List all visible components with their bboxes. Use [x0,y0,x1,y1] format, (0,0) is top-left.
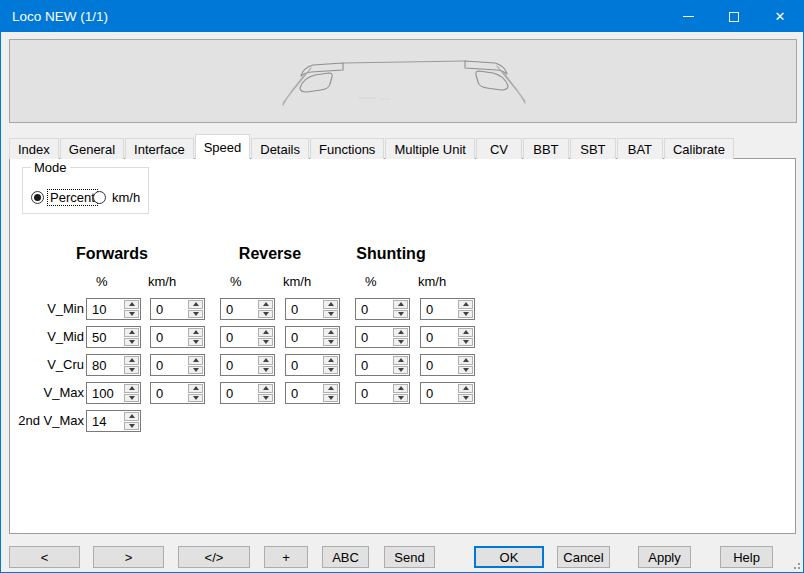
spin-down-button[interactable] [124,310,139,319]
spin-down-button[interactable] [124,366,139,375]
spin-up-button[interactable] [323,384,338,393]
spin-up-button[interactable] [124,328,139,337]
spin-up-button[interactable] [458,328,473,337]
tab-calibrate[interactable]: Calibrate [664,138,734,159]
spin-down-button[interactable] [188,338,203,347]
spinner-value[interactable]: 0 [421,299,457,319]
tab-sbt[interactable]: SBT [570,138,616,159]
spin-down-button[interactable] [124,394,139,403]
minimize-button[interactable] [665,1,711,32]
spin-down-button[interactable] [458,310,473,319]
tab-details[interactable]: Details [251,138,309,159]
spinner-value[interactable]: 10 [87,299,123,319]
cancel-button[interactable]: Cancel [557,546,610,568]
spin-down-button[interactable] [393,366,408,375]
spinner-value[interactable]: 0 [221,327,257,347]
spin-up-button[interactable] [393,356,408,365]
spinner-value[interactable]: 0 [286,355,322,375]
spinner-value[interactable]: 0 [286,327,322,347]
spin-up-button[interactable] [323,300,338,309]
add-button[interactable]: + [264,546,308,568]
tab-cv[interactable]: CV [476,138,522,159]
spin-up-button[interactable] [188,356,203,365]
spinner-value[interactable]: 0 [356,383,392,403]
spin-up-button[interactable] [258,328,273,337]
spinner-value[interactable]: 0 [356,327,392,347]
close-button[interactable]: ✕ [757,1,803,32]
spin-up-button[interactable] [124,300,139,309]
spin-down-button[interactable] [323,366,338,375]
spinner-value[interactable]: 0 [221,355,257,375]
apply-button[interactable]: Apply [638,546,691,568]
spinner-value[interactable]: 50 [87,327,123,347]
radio-option-km-h[interactable]: km/h [93,190,142,205]
radio-option-percent[interactable]: Percent [31,190,97,205]
spin-down-button[interactable] [124,422,139,431]
spin-up-button[interactable] [393,384,408,393]
radio-km-h-circle[interactable] [93,191,106,204]
code-button[interactable]: </> [178,546,250,568]
ok-button[interactable]: OK [474,546,544,568]
tab-multiple-unit[interactable]: Multiple Unit [385,138,475,159]
spin-up-button[interactable] [124,412,139,421]
spin-down-button[interactable] [258,366,273,375]
resize-grip[interactable] [790,559,800,569]
spin-down-button[interactable] [323,394,338,403]
tab-general[interactable]: General [60,138,124,159]
spin-up-button[interactable] [323,328,338,337]
tab-index[interactable]: Index [9,138,59,159]
spin-down-button[interactable] [458,394,473,403]
spin-up-button[interactable] [458,384,473,393]
spin-up-button[interactable] [323,356,338,365]
help-button[interactable]: Help [720,546,773,568]
spin-down-button[interactable] [393,394,408,403]
prev-button[interactable]: < [9,546,80,568]
spin-down-button[interactable] [458,338,473,347]
spin-up-button[interactable] [258,384,273,393]
spin-up-button[interactable] [258,300,273,309]
spinner-value[interactable]: 0 [151,327,187,347]
spinner-value[interactable]: 100 [87,383,123,403]
spin-down-button[interactable] [258,310,273,319]
spin-up-button[interactable] [458,356,473,365]
spin-down-button[interactable] [323,310,338,319]
spinner-value[interactable]: 0 [151,383,187,403]
spinner-value[interactable]: 0 [221,299,257,319]
next-button[interactable]: > [93,546,164,568]
spin-down-button[interactable] [393,310,408,319]
spin-up-button[interactable] [393,300,408,309]
spin-down-button[interactable] [258,338,273,347]
spin-up-button[interactable] [458,300,473,309]
tab-speed[interactable]: Speed [195,134,251,159]
spinner-value[interactable]: 0 [221,383,257,403]
spin-down-button[interactable] [458,366,473,375]
abc-button[interactable]: ABC [322,546,369,568]
spin-up-button[interactable] [124,384,139,393]
send-button[interactable]: Send [384,546,435,568]
spinner-value[interactable]: 0 [356,355,392,375]
spin-down-button[interactable] [323,338,338,347]
spin-down-button[interactable] [124,338,139,347]
spinner-value[interactable]: 0 [421,355,457,375]
spin-up-button[interactable] [124,356,139,365]
spinner-value[interactable]: 0 [151,355,187,375]
spin-up-button[interactable] [258,356,273,365]
spin-down-button[interactable] [393,338,408,347]
spinner-value[interactable]: 0 [421,327,457,347]
spin-up-button[interactable] [393,328,408,337]
spin-up-button[interactable] [188,328,203,337]
spin-down-button[interactable] [258,394,273,403]
spinner-value[interactable]: 14 [87,411,123,431]
spin-up-button[interactable] [188,300,203,309]
spinner-value[interactable]: 0 [151,299,187,319]
spinner-value[interactable]: 0 [286,383,322,403]
spinner-value[interactable]: 0 [286,299,322,319]
tab-functions[interactable]: Functions [310,138,384,159]
spin-down-button[interactable] [188,394,203,403]
tab-bbt[interactable]: BBT [523,138,569,159]
spinner-value[interactable]: 0 [356,299,392,319]
spinner-value[interactable]: 80 [87,355,123,375]
spin-down-button[interactable] [188,310,203,319]
maximize-button[interactable] [711,1,757,32]
radio-percent-circle[interactable] [31,191,44,204]
